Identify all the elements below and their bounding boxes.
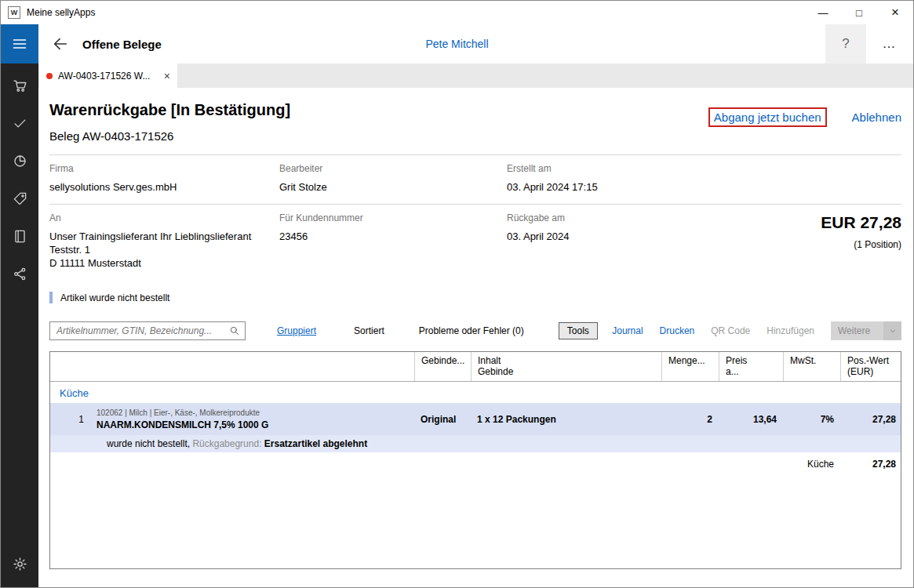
sidebar-item-reports[interactable] — [1, 142, 38, 180]
warning-note: Artikel wurde nicht bestellt — [49, 292, 901, 303]
article-description: 102062 | Milch | Eier-, Käse-, Molkereip… — [93, 408, 414, 430]
window-titlebar: W Meine sellyApps — □ × — [1, 1, 913, 24]
field-label: Für Kundennummer — [279, 212, 507, 223]
table-header-row: Gebinde... Inhalt Gebinde Menge... Preis… — [50, 352, 901, 382]
toolbar-right-actions: Journal Drucken QR Code Hinzufügen Weite… — [612, 321, 901, 340]
cell-gebinde: Original — [414, 414, 471, 425]
cell-preis: 13,64 — [719, 414, 783, 425]
help-button[interactable]: ? — [825, 24, 866, 64]
column-header-preis[interactable]: Preis a... — [719, 352, 783, 381]
journal-link[interactable]: Journal — [612, 325, 643, 336]
tab-label: AW-0403-171526 W... — [58, 71, 150, 82]
field-rueckgabe-am: Rückgabe am 03. April 2024 — [507, 212, 689, 270]
cell-menge: 2 — [661, 414, 719, 425]
column-header-gebinde[interactable]: Gebinde... — [414, 352, 471, 381]
maximize-button[interactable]: □ — [841, 1, 877, 24]
field-value: 03. April 2024 — [507, 230, 689, 243]
share-icon — [13, 267, 27, 281]
summary-group-label: Küche — [783, 459, 840, 470]
article-name: NAARM.KONDENSMILCH 7,5% 1000 G — [96, 419, 408, 430]
document-number: Beleg AW-0403-171526 — [49, 129, 901, 143]
print-link[interactable]: Drucken — [660, 325, 695, 336]
meta-fields-row2: An Unser Trainingslieferant Ihr Liebling… — [49, 205, 901, 280]
group-header[interactable]: Küche — [50, 382, 901, 403]
column-header-menge[interactable]: Menge... — [661, 352, 719, 381]
column-header-num — [50, 352, 93, 381]
cart-icon — [13, 78, 27, 93]
sidebar-item-journal[interactable] — [1, 217, 38, 255]
window-title: Meine sellyApps — [27, 7, 95, 18]
tab-bar: AW-0403-171526 W... × — [38, 64, 913, 88]
field-kundennummer: Für Kundennummer 23456 — [279, 212, 507, 270]
back-button[interactable] — [52, 35, 69, 53]
field-label: Rückgabe am — [507, 212, 689, 223]
unsaved-dot-icon — [46, 73, 53, 79]
header-more-button[interactable]: … — [866, 24, 913, 64]
app-header: Offene Belege Pete Mitchell ? … — [1, 24, 913, 64]
more-dropdown-label: Weitere — [831, 325, 883, 336]
column-header-description — [93, 352, 414, 381]
table-row[interactable]: 1 102062 | Milch | Eier-, Käse-, Molkere… — [50, 403, 901, 435]
positions-table: Gebinde... Inhalt Gebinde Menge... Preis… — [49, 351, 901, 569]
window-controls: — □ × — [805, 1, 913, 24]
gear-icon — [13, 557, 27, 572]
user-link[interactable]: Pete Mitchell — [425, 38, 488, 50]
field-label: Bearbeiter — [279, 163, 507, 174]
pie-chart-icon — [13, 154, 27, 169]
sidebar-item-settings[interactable] — [1, 545, 38, 583]
field-erstellt-am: Erstellt am 03. April 2024 17:15 — [507, 163, 689, 194]
reject-button[interactable]: Ablehnen — [852, 111, 901, 124]
book-departure-button[interactable]: Abgang jetzt buchen — [708, 107, 827, 127]
sidebar-item-prices[interactable] — [1, 180, 38, 217]
back-arrow-icon — [52, 35, 69, 53]
sidebar-item-cart[interactable] — [1, 67, 38, 104]
total-amount: EUR 27,28 — [689, 213, 901, 232]
tag-icon — [13, 191, 27, 206]
checkmark-icon — [13, 116, 27, 131]
sidebar — [1, 64, 38, 587]
grouped-toggle[interactable]: Gruppiert — [277, 325, 316, 336]
field-label: Erstellt am — [507, 163, 689, 174]
recipient-line: Teststr. 1 — [49, 243, 279, 256]
column-header-inhalt[interactable]: Inhalt Gebinde — [471, 352, 661, 381]
row-note-value: Ersatzartikel abgelehnt — [264, 438, 367, 449]
field-value: 03. April 2024 17:15 — [507, 180, 689, 194]
search-input[interactable] — [55, 325, 229, 337]
row-number: 1 — [50, 414, 93, 425]
summary-group-value: 27,28 — [840, 459, 901, 470]
field-firma: Firma sellysolutions Serv.ges.mbH — [49, 163, 279, 194]
field-an: An Unser Trainingslieferant Ihr Liebling… — [49, 212, 279, 270]
book-icon — [13, 229, 27, 244]
close-button[interactable]: × — [877, 1, 913, 24]
add-link-disabled: Hinzufügen — [767, 325, 814, 336]
position-count: (1 Position) — [689, 239, 901, 250]
more-dropdown-button[interactable]: Weitere — [831, 321, 901, 340]
field-value: sellysolutions Serv.ges.mbH — [49, 180, 279, 194]
cell-mwst: 7% — [783, 414, 840, 425]
meta-fields-row1: Firma sellysolutions Serv.ges.mbH Bearbe… — [49, 155, 901, 204]
tools-button[interactable]: Tools — [559, 322, 598, 339]
column-header-poswert[interactable]: Pos.-Wert (EUR) — [840, 352, 901, 381]
article-search[interactable] — [49, 321, 246, 340]
sidebar-item-tasks[interactable] — [1, 104, 38, 142]
field-bearbeiter: Bearbeiter Grit Stolze — [279, 163, 507, 194]
table-empty-area — [50, 476, 901, 568]
chevron-down-icon — [883, 321, 901, 340]
row-note-label: Rückgabegrund: — [192, 438, 261, 449]
document-content: Warenrückgabe [In Bestätigung] Beleg AW-… — [38, 101, 913, 569]
cell-poswert: 27,28 — [840, 414, 901, 425]
article-meta: 102062 | Milch | Eier-, Käse-, Molkereip… — [96, 408, 408, 417]
column-header-mwst[interactable]: MwSt. — [783, 352, 840, 381]
field-value: 23456 — [279, 230, 507, 243]
sidebar-item-share[interactable] — [1, 255, 38, 292]
hamburger-menu-button[interactable] — [1, 24, 38, 64]
note-text: Artikel wurde nicht bestellt — [60, 292, 169, 303]
tab-close-icon[interactable]: × — [164, 70, 170, 82]
sorted-toggle[interactable]: Sortiert — [354, 325, 384, 336]
minimize-button[interactable]: — — [805, 1, 841, 24]
row-note: wurde nicht bestellt, Rückgabegrund: Ers… — [50, 435, 901, 452]
qr-code-link-disabled: QR Code — [711, 325, 750, 336]
problems-filter[interactable]: Probleme oder Fehler (0) — [419, 325, 524, 336]
tab-document[interactable]: AW-0403-171526 W... × — [39, 64, 177, 88]
page-title: Offene Belege — [82, 38, 162, 51]
